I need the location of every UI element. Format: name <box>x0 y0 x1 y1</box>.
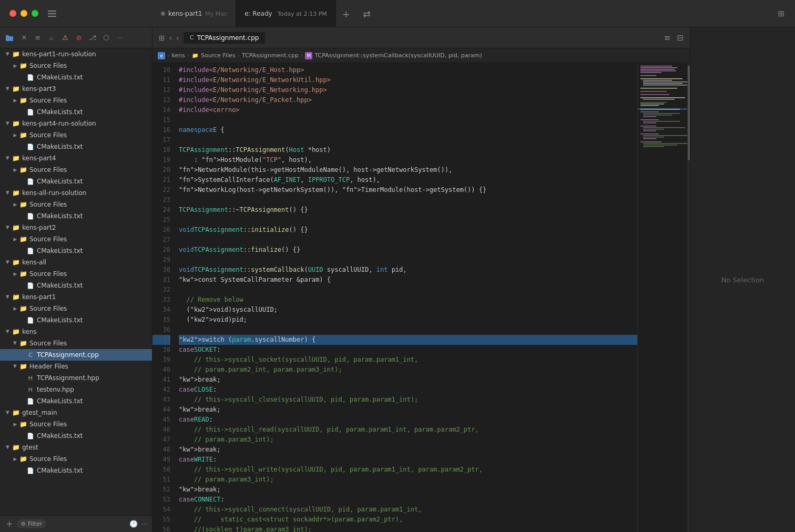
breadcrumb-kens[interactable]: kens <box>171 52 185 59</box>
breadcrumb-tcpassignment[interactable]: TCPAssignment.cpp <box>242 52 299 59</box>
tab-expand-icon[interactable]: ⇄ <box>356 8 377 19</box>
tree-item-source-files-3[interactable]: ▶ 📁 Source Files <box>0 129 152 141</box>
code-line-14: #include <cerrno> <box>179 105 637 115</box>
tree-item-kens-all-run-solution[interactable]: ▶ 📁 kens-all-run-solution <box>0 187 152 199</box>
tree-item-header-files[interactable]: ▶ 📁 Header Files <box>0 361 152 372</box>
tree-item-source-files-5[interactable]: ▶ 📁 Source Files <box>0 199 152 210</box>
folder-icon: 📁 <box>19 420 27 428</box>
editor-file-tab[interactable]: C TCPAssignment.cpp <box>184 32 265 44</box>
sidebar-run-icon[interactable]: ⬡ <box>101 33 111 43</box>
tree-item-source-files-6[interactable]: ▶ 📁 Source Files <box>0 233 152 245</box>
tree-item-kens[interactable]: ▶ 📁 kens <box>0 326 152 337</box>
sidebar-options-icon[interactable]: ≡ <box>33 33 43 43</box>
tree-item-source-files-kens[interactable]: ▶ 📁 Source Files <box>0 337 152 349</box>
tree-item-cmakelists-8[interactable]: ▶ 📄 CMakeLists.txt <box>0 314 152 326</box>
close-button[interactable] <box>9 10 16 17</box>
svg-rect-10 <box>640 78 682 79</box>
editor-grid-icon[interactable]: ⊞ <box>159 34 165 42</box>
tree-item-cmakelists-6[interactable]: ▶ 📄 CMakeLists.txt <box>0 245 152 257</box>
tree-arrow: ▶ <box>4 155 12 162</box>
tree-item-kens-part1-run-solution[interactable]: ▶ 📁 kens-part1-run-solution <box>0 48 152 60</box>
filter-clock-icon[interactable]: 🕐 <box>129 520 138 528</box>
sidebar-toggle-icon[interactable] <box>47 8 57 19</box>
editor-forward-icon[interactable]: › <box>176 34 179 42</box>
editor-list-icon[interactable]: ≡ <box>664 33 671 43</box>
maximize-button[interactable] <box>32 10 38 17</box>
sidebar-search-icon[interactable]: ⌕ <box>46 33 57 43</box>
tree-label: CMakeLists.txt <box>37 432 83 439</box>
tree-item-cmakelists-3[interactable]: ▶ 📄 CMakeLists.txt <box>0 141 152 152</box>
svg-rect-13 <box>643 83 682 84</box>
sidebar-error-icon[interactable]: ⊘ <box>74 33 84 43</box>
tree-item-cmakelists-7[interactable]: ▶ 📄 CMakeLists.txt <box>0 280 152 291</box>
tree-arrow: ▶ <box>12 340 19 347</box>
editor-back-icon[interactable]: ‹ <box>169 34 172 42</box>
tree-item-cmakelists-2[interactable]: ▶ 📄 CMakeLists.txt <box>0 106 152 118</box>
minimize-button[interactable] <box>21 10 27 17</box>
folder-icon: 📁 <box>19 200 27 209</box>
tab-label: kens-part1 <box>168 10 202 17</box>
folder-icon: 📁 <box>12 293 20 301</box>
tree-label: CMakeLists.txt <box>37 178 83 185</box>
tree-item-tcpassignment-cpp[interactable]: ▶ C TCPAssignment.cpp <box>0 349 152 361</box>
editor-split-icon[interactable]: ⊟ <box>677 33 684 43</box>
svg-rect-17 <box>640 94 669 95</box>
sidebar-folder-icon[interactable] <box>4 33 15 43</box>
tree-item-kens-part4-run-solution[interactable]: ▶ 📁 kens-part4-run-solution <box>0 118 152 129</box>
folder-icon: 📁 <box>12 223 20 232</box>
tree-item-cmakelists-kens[interactable]: ▶ 📄 CMakeLists.txt <box>0 395 152 407</box>
tree-item-kens-all[interactable]: ▶ 📁 kens-all <box>0 257 152 268</box>
tab-kens-part1[interactable]: kens-part1 My Mac <box>152 0 236 27</box>
filter-pill[interactable]: ⚙ Filter <box>17 519 46 528</box>
sidebar-more-icon[interactable]: ⋯ <box>115 33 125 43</box>
tree-item-tcpassignment-hpp[interactable]: ▶ H TCPAssignment.hpp <box>0 372 152 384</box>
tree-item-kens-part1[interactable]: ▶ 📁 kens-part1 <box>0 291 152 303</box>
tree-item-kens-part3[interactable]: ▶ 📁 kens-part3 <box>0 83 152 95</box>
svg-rect-24 <box>640 109 680 110</box>
tree-item-gtest-main[interactable]: ▶ 📁 gtest_main <box>0 407 152 418</box>
folder-icon: 📁 <box>19 235 27 243</box>
tree-item-source-files-gtest[interactable]: ▶ 📁 Source Files <box>0 453 152 465</box>
tree-item-source-files-7[interactable]: ▶ 📁 Source Files <box>0 268 152 280</box>
code-line-43: // this->syscall_close(syscallUUID, pid,… <box>179 395 637 405</box>
tab-add-button[interactable]: + <box>336 8 356 19</box>
code-line-40: // param.param2_int, param.param3_int); <box>179 365 637 375</box>
tree-item-cmakelists-gtest-main[interactable]: ▶ 📄 CMakeLists.txt <box>0 430 152 442</box>
tree-item-testenv-hpp[interactable]: ▶ H testenv.hpp <box>0 384 152 395</box>
code-line-35: ("kw2">void)pid; <box>179 315 637 325</box>
svg-rect-5 <box>640 67 677 68</box>
split-icon[interactable]: ⊞ <box>778 9 784 18</box>
sidebar-git-icon[interactable]: ⎇ <box>87 33 98 43</box>
tree-item-cmakelists-1[interactable]: ▶ 📄 CMakeLists.txt <box>0 71 152 83</box>
add-button[interactable]: + <box>4 519 15 529</box>
breadcrumb-method[interactable]: TCPAssignment::systemCallback(syscallUUI… <box>314 52 482 59</box>
tree-label: kens-part4 <box>22 155 56 162</box>
tree-item-cmakelists-5[interactable]: ▶ 📄 CMakeLists.txt <box>0 210 152 222</box>
tree-item-cmakelists-gtest[interactable]: ▶ 📄 CMakeLists.txt <box>0 465 152 476</box>
file-icon: 📄 <box>26 108 35 116</box>
tree-item-source-files-gtest-main[interactable]: ▶ 📁 Source Files <box>0 418 152 430</box>
folder-icon: 📁 <box>19 96 27 105</box>
sidebar-close-icon[interactable]: ✕ <box>19 33 29 43</box>
tree-item-gtest[interactable]: ▶ 📁 gtest <box>0 442 152 453</box>
file-icon: 📄 <box>26 397 35 405</box>
svg-rect-21 <box>640 104 664 105</box>
tree-item-source-files-2[interactable]: ▶ 📁 Source Files <box>0 95 152 106</box>
tree-item-source-files-8[interactable]: ▶ 📁 Source Files <box>0 303 152 314</box>
tree-item-cmakelists-4[interactable]: ▶ 📄 CMakeLists.txt <box>0 176 152 187</box>
sidebar-warning-icon[interactable]: ⚠ <box>60 33 70 43</box>
code-line-37: "kw2">switch (param.syscallNumber) { <box>179 335 637 345</box>
editor-toolbar-right-icons: ≡ ⊟ <box>664 33 684 43</box>
code-line-19: : "fn">HostModule("TCP", host), <box>179 155 637 165</box>
tree-item-source-files-1[interactable]: ▶ 📁 Source Files <box>0 60 152 71</box>
tree-item-source-files-4[interactable]: ▶ 📁 Source Files <box>0 164 152 176</box>
code-scroll[interactable]: #include <E/Networking/E_Host.hpp>#inclu… <box>175 63 637 532</box>
tab-e-ready[interactable]: e: Ready Today at 2:13 PM <box>236 0 336 27</box>
breadcrumb-bar: e › kens › 📁 Source Files › TCPAssignmen… <box>152 48 690 63</box>
code-line-38: case SOCKET: <box>179 345 637 355</box>
folder-icon: 📁 <box>19 304 27 313</box>
tree-item-kens-part2[interactable]: ▶ 📁 kens-part2 <box>0 222 152 233</box>
breadcrumb-source-files[interactable]: Source Files <box>201 52 235 59</box>
tree-item-kens-part4[interactable]: ▶ 📁 kens-part4 <box>0 152 152 164</box>
filter-more-icon[interactable]: ⋯ <box>141 520 148 528</box>
